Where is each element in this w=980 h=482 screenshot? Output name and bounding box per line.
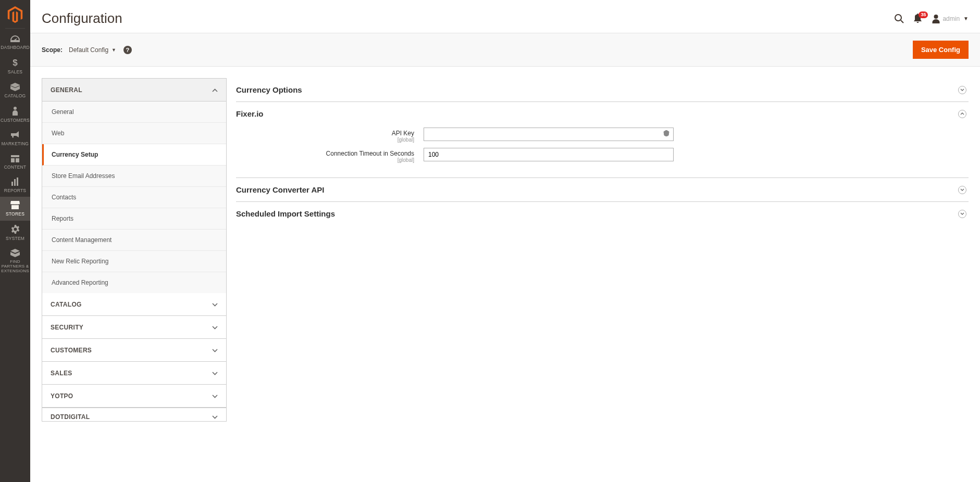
svg-text:$: $ [13,58,18,67]
chevron-down-icon [212,346,218,354]
admin-username: admin [942,15,960,22]
tab-customers[interactable]: CUSTOMERS [42,339,226,362]
notifications-icon[interactable]: 35 [913,14,922,23]
user-icon [932,14,940,23]
gear-icon [11,225,20,235]
svg-rect-3 [11,158,15,162]
collapse-icon [958,186,966,194]
tab-yotpo[interactable]: YOTPO [42,385,226,408]
chevron-down-icon [212,392,218,400]
chevron-down-icon [212,323,218,331]
section-header-currency-converter-api[interactable]: Currency Converter API [236,178,969,201]
nav-customers[interactable]: CUSTOMERS [0,102,30,126]
svg-rect-5 [11,182,13,186]
lock-icon [663,130,669,138]
magento-logo[interactable] [0,0,30,28]
nav-reports[interactable]: REPORTS [0,173,30,197]
caret-down-icon: ▼ [111,47,116,53]
nav-sales[interactable]: $ SALES [0,54,30,78]
admin-sidebar: DASHBOARD $ SALES CATALOG CUSTOMERS MARK… [0,0,30,433]
notification-badge: 35 [919,11,928,18]
tab-item-currency-setup[interactable]: Currency Setup [42,144,226,166]
dollar-icon: $ [12,58,18,69]
collapse-icon [958,210,966,218]
scope-label: Scope: [42,46,63,54]
svg-point-10 [934,15,938,19]
search-icon[interactable] [894,14,904,23]
section-currency-converter-api: Currency Converter API [236,178,969,202]
tab-item-store-email[interactable]: Store Email Addresses [42,166,226,187]
timeout-input[interactable] [424,148,674,161]
chevron-down-icon [212,413,218,421]
blocks-icon [11,155,19,164]
person-icon [12,106,18,117]
tab-item-content-management[interactable]: Content Management [42,230,226,251]
save-config-button[interactable]: Save Config [913,41,969,59]
megaphone-icon [10,131,20,141]
tab-security[interactable]: SECURITY [42,316,226,339]
tab-item-new-relic[interactable]: New Relic Reporting [42,251,226,272]
nav-system[interactable]: SYSTEM [0,221,30,245]
section-header-currency-options[interactable]: Currency Options [236,78,969,102]
tab-dotdigital[interactable]: DOTDIGITAL [42,408,226,421]
svg-point-1 [14,107,17,110]
tab-item-contacts[interactable]: Contacts [42,187,226,208]
nav-stores[interactable]: STORES [0,197,30,220]
dashboard-icon [10,35,20,44]
svg-line-9 [901,20,903,23]
scope-help-icon[interactable]: ? [123,46,132,54]
tab-catalog[interactable]: CATALOG [42,293,226,316]
section-currency-options: Currency Options [236,78,969,102]
tab-item-advanced-reporting[interactable]: Advanced Reporting [42,272,226,293]
svg-point-8 [895,15,901,21]
field-connection-timeout: Connection Timeout in Seconds [global] [236,148,969,163]
nav-dashboard[interactable]: DASHBOARD [0,31,30,54]
bars-icon [11,177,19,187]
chevron-up-icon [212,86,218,94]
box-icon [10,83,20,93]
scope-bar: Scope: Default Config ▼ ? Save Config [30,33,980,67]
svg-rect-2 [11,155,19,157]
tab-general[interactable]: GENERAL [42,79,226,102]
chevron-down-icon [212,369,218,377]
section-header-scheduled-import[interactable]: Scheduled Import Settings [236,202,969,225]
nav-partners[interactable]: FIND PARTNERS & EXTENSIONS [0,245,30,277]
field-api-key: API Key [global] [236,128,969,143]
tab-item-general[interactable]: General [42,102,226,123]
svg-rect-4 [16,158,19,162]
expand-icon [958,110,966,118]
nav-content[interactable]: CONTENT [0,150,30,173]
api-key-input[interactable] [424,128,674,141]
nav-marketing[interactable]: MARKETING [0,126,30,150]
tab-sales[interactable]: SALES [42,362,226,385]
section-fixer-io: Fixer.io API Key [global] [236,102,969,178]
partners-icon [10,249,20,259]
store-icon [10,201,20,211]
admin-user-menu[interactable]: admin ▼ [932,14,969,23]
svg-rect-7 [17,177,18,186]
tab-item-reports[interactable]: Reports [42,208,226,230]
page-title: Configuration [42,10,894,27]
tab-item-web[interactable]: Web [42,123,226,144]
section-scheduled-import: Scheduled Import Settings [236,202,969,225]
scope-selector[interactable]: Default Config ▼ [69,46,116,54]
nav-divider [5,28,25,29]
page-header: Configuration 35 admin ▼ [30,0,980,33]
settings-panel: Currency Options Fixer.io API Key [globa… [236,78,969,225]
caret-down-icon: ▼ [963,16,969,21]
svg-rect-6 [14,179,16,186]
collapse-icon [958,86,966,94]
config-tabs-panel: GENERAL General Web Currency Setup Store… [42,78,227,422]
nav-catalog[interactable]: CATALOG [0,79,30,102]
section-header-fixer-io[interactable]: Fixer.io [236,102,969,125]
chevron-down-icon [212,300,218,308]
